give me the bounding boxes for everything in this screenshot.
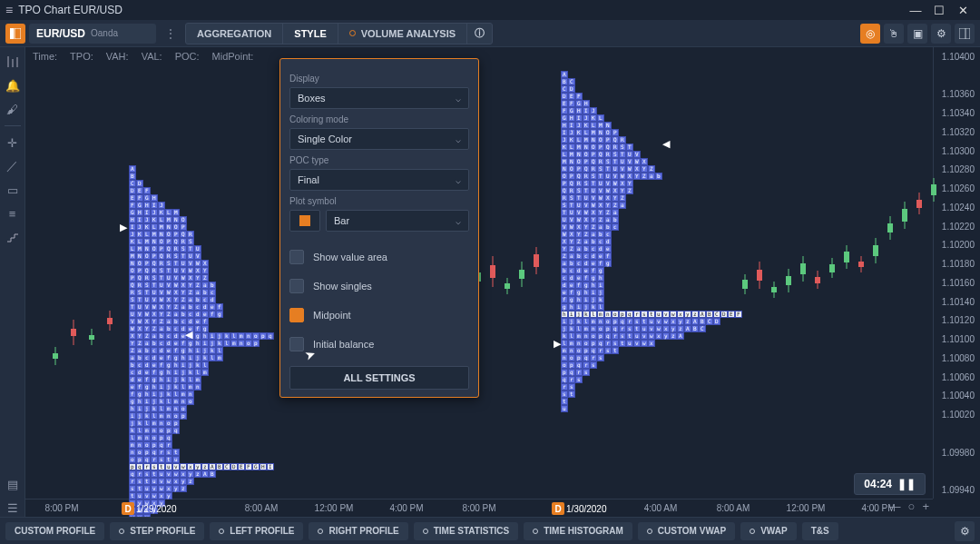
brush-icon[interactable]: 🖌 xyxy=(4,100,22,118)
y-tick: 1.10160 xyxy=(942,277,975,287)
open-dot-icon xyxy=(533,529,538,534)
coloring-label: Coloring mode xyxy=(289,114,469,124)
display-label: Display xyxy=(289,74,469,84)
y-tick: 1.10100 xyxy=(942,334,975,344)
chevron-down-icon: ⌵ xyxy=(456,216,461,226)
time-badge: 04:24 ❚❚ xyxy=(854,473,926,495)
rect-icon[interactable]: ▭ xyxy=(4,181,22,199)
date-marker: D 1/30/2020 xyxy=(552,502,607,515)
tpo-profile-2: ABCCDDEFEFGHFGHIJGHIJKLHIJKLMNIJKLMNOPJK… xyxy=(561,71,742,412)
more-icon[interactable]: ⋮ xyxy=(160,27,181,40)
open-dot-icon xyxy=(318,529,323,534)
chevron-down-icon: ⌵ xyxy=(456,94,461,104)
indicator-icon[interactable]: ▤ xyxy=(4,475,22,493)
zoom-out-icon[interactable]: — xyxy=(889,499,901,513)
checkbox-off[interactable] xyxy=(289,337,304,351)
display-dropdown[interactable]: Boxes ⌵ xyxy=(289,87,469,109)
zoom-controls: — ○ + xyxy=(889,499,929,513)
footer-pill[interactable]: RIGHT PROFILE xyxy=(309,522,407,540)
menu-icon[interactable]: ≡ xyxy=(5,3,13,17)
y-tick: 1.10080 xyxy=(942,352,975,362)
zoom-fit-icon[interactable]: ○ xyxy=(908,499,916,513)
minimize-button[interactable]: — xyxy=(904,4,927,17)
y-tick: 1.10300 xyxy=(942,145,975,155)
top-toolbar: EUR/USD Oanda ⋮ AGGREGATION STYLE VOLUME… xyxy=(0,20,980,47)
crosshair-icon[interactable]: ✛ xyxy=(4,134,22,152)
tpo-caret-icon: ▶ xyxy=(120,222,127,233)
info-icon[interactable]: ⓘ xyxy=(467,24,492,44)
open-dot-icon xyxy=(119,529,124,534)
y-tick: 1.10060 xyxy=(942,371,975,381)
footer-pill[interactable]: STEP PROFILE xyxy=(110,522,204,540)
chart-info-row: Time: TPO: VAH: VAL: POC: MidPoint: xyxy=(33,51,253,62)
y-tick: 1.10220 xyxy=(942,221,975,231)
plot-color-swatch[interactable] xyxy=(289,210,320,232)
footer-bar: CUSTOM PROFILESTEP PROFILELEFT PROFILERI… xyxy=(0,517,980,544)
settings-icon[interactable]: ⚙ xyxy=(931,24,951,44)
x-tick: 8:00 PM xyxy=(44,503,78,513)
day-icon: D xyxy=(122,502,134,515)
open-dot-icon xyxy=(219,529,224,534)
mouse-icon[interactable]: 🖱 xyxy=(884,24,904,44)
tpo-caret-icon: ▶ xyxy=(554,338,561,350)
camera-icon[interactable]: ▣ xyxy=(907,24,927,44)
symbol-venue: Oanda xyxy=(91,28,118,38)
maximize-button[interactable]: ☐ xyxy=(927,4,951,17)
zoom-in-icon[interactable]: + xyxy=(922,499,929,513)
footer-settings-icon[interactable]: ⚙ xyxy=(955,521,975,541)
info-vah: VAH: xyxy=(106,51,129,62)
show-singles-row[interactable]: Show singles xyxy=(289,273,469,299)
footer-pill[interactable]: TIME HISTOGRAM xyxy=(524,522,632,540)
close-button[interactable]: ✕ xyxy=(951,4,975,17)
date-marker: D 1/29/2020 xyxy=(122,502,177,515)
x-tick: 8:00 PM xyxy=(462,503,495,513)
initial-balance-row[interactable]: Initial balance xyxy=(289,331,469,357)
fib-icon[interactable]: ≡ xyxy=(4,204,22,223)
stairs-icon[interactable] xyxy=(4,228,22,246)
all-settings-button[interactable]: ALL SETTINGS xyxy=(289,366,469,390)
line-icon[interactable]: ／ xyxy=(4,157,22,175)
bell-icon[interactable]: 🔔 xyxy=(4,76,22,94)
show-value-area-row[interactable]: Show value area xyxy=(289,244,469,270)
footer-pill[interactable]: CUSTOM VWAP xyxy=(638,522,735,540)
y-tick: 1.10340 xyxy=(942,108,975,118)
svg-rect-0 xyxy=(10,28,14,39)
symbol-selector[interactable]: EUR/USD Oanda xyxy=(29,24,156,44)
pause-icon[interactable]: ❚❚ xyxy=(897,478,916,490)
checkbox-off[interactable] xyxy=(289,279,304,293)
list-icon[interactable]: ☰ xyxy=(4,499,22,517)
footer-pill[interactable]: CUSTOM PROFILE xyxy=(5,522,104,540)
poc-dropdown[interactable]: Final ⌵ xyxy=(289,169,469,191)
y-tick: 1.10400 xyxy=(942,52,975,62)
chevron-down-icon: ⌵ xyxy=(456,175,461,185)
open-dot-icon xyxy=(647,529,652,534)
bars-icon[interactable] xyxy=(4,53,22,71)
chart-area[interactable]: Time: TPO: VAH: VAL: POC: MidPoint: 1.09… xyxy=(25,47,980,517)
tool-rail: 🔔 🖌 ✛ ／ ▭ ≡ ▤ ☰ xyxy=(0,47,25,517)
midpoint-row[interactable]: Midpoint xyxy=(289,302,469,328)
info-val: VAL: xyxy=(142,51,162,62)
x-tick: 12:00 PM xyxy=(787,503,826,513)
y-tick: 1.10360 xyxy=(942,89,975,99)
tab-volume-analysis[interactable]: VOLUME ANALYSIS xyxy=(338,24,467,44)
y-tick: 1.10320 xyxy=(942,126,975,136)
tab-style[interactable]: STYLE xyxy=(283,24,338,44)
footer-pill[interactable]: LEFT PROFILE xyxy=(210,522,303,540)
y-tick: 1.10140 xyxy=(942,296,975,306)
coloring-dropdown[interactable]: Single Color ⌵ xyxy=(289,128,469,150)
y-tick: 1.10260 xyxy=(942,183,975,193)
poc-label: POC type xyxy=(289,155,469,165)
x-tick: 8:00 AM xyxy=(717,503,750,513)
checkbox-off[interactable] xyxy=(289,250,304,264)
footer-pill[interactable]: TIME STATISTICS xyxy=(414,522,519,540)
plot-symbol-dropdown[interactable]: Bar ⌵ xyxy=(326,210,469,232)
layout-icon[interactable] xyxy=(955,24,975,44)
tab-aggregation[interactable]: AGGREGATION xyxy=(186,24,283,44)
chevron-down-icon: ⌵ xyxy=(456,134,461,144)
panel-icon[interactable] xyxy=(5,24,25,44)
footer-pill[interactable]: VWAP xyxy=(740,522,796,540)
y-tick: 1.10020 xyxy=(942,410,975,420)
footer-pill[interactable]: T&S xyxy=(802,522,838,540)
checkbox-on[interactable] xyxy=(289,308,304,322)
target-icon[interactable]: ◎ xyxy=(860,24,880,44)
